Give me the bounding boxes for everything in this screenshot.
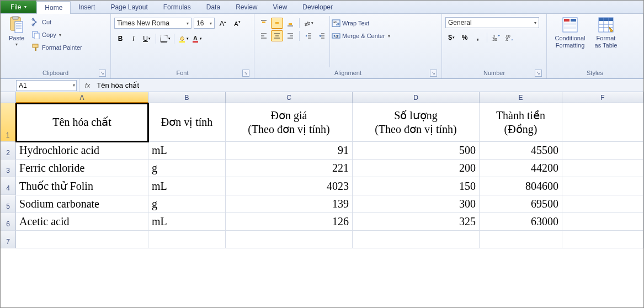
cell-A2[interactable]: Hydrochloric acid: [16, 142, 148, 160]
row-header-6[interactable]: 6: [1, 213, 16, 231]
comma-button[interactable]: ,: [472, 32, 484, 43]
cell-D4[interactable]: 150: [353, 177, 480, 195]
tab-developer[interactable]: Developer: [295, 1, 340, 13]
tab-data[interactable]: Data: [199, 1, 228, 13]
align-top-button[interactable]: [258, 18, 270, 29]
cell-B5[interactable]: g: [148, 195, 226, 213]
decrease-decimal-button[interactable]: .00.0: [503, 32, 515, 43]
cell-B1[interactable]: Đơn vị tính: [148, 103, 226, 142]
cell-A4[interactable]: Thuốc thử Folin: [16, 177, 148, 195]
cell-F1[interactable]: [562, 103, 643, 142]
wrap-text-button[interactable]: ab Wrap Text: [332, 17, 390, 29]
cell-C3[interactable]: 221: [226, 160, 353, 177]
orientation-button[interactable]: ab▾: [302, 18, 315, 29]
row-header-2[interactable]: 2: [1, 142, 16, 160]
column-header-C[interactable]: C: [226, 92, 353, 103]
tab-view[interactable]: View: [265, 1, 295, 13]
underline-button[interactable]: U▾: [141, 33, 153, 44]
row-header-4[interactable]: 4: [1, 177, 16, 195]
cell-B6[interactable]: mL: [148, 213, 226, 231]
cell-A7[interactable]: [16, 231, 148, 248]
italic-button[interactable]: I: [127, 33, 140, 44]
cell-E6[interactable]: 63000: [480, 213, 562, 231]
dialog-launcher-icon[interactable]: ↘: [535, 70, 542, 77]
cell-D1[interactable]: Số lượng (Theo đơn vị tính): [353, 103, 480, 142]
cell-E7[interactable]: [480, 231, 562, 248]
column-header-E[interactable]: E: [480, 92, 562, 103]
column-header-D[interactable]: D: [353, 92, 480, 103]
currency-button[interactable]: $▾: [445, 32, 457, 43]
tab-file[interactable]: File ▾: [1, 1, 36, 13]
increase-decimal-button[interactable]: .0.00: [490, 32, 502, 43]
formula-input[interactable]: [94, 79, 643, 92]
dialog-launcher-icon[interactable]: ↘: [99, 70, 106, 77]
fill-color-button[interactable]: ▾: [177, 33, 189, 44]
column-header-A[interactable]: A: [16, 92, 148, 103]
cell-D3[interactable]: 200: [353, 160, 480, 177]
cell-C4[interactable]: 4023: [226, 177, 353, 195]
cell-F7[interactable]: [562, 231, 643, 248]
conditional-formatting-button[interactable]: Conditional Formatting: [550, 15, 590, 49]
cell-F4[interactable]: [562, 177, 643, 195]
number-format-select[interactable]: General▾: [445, 17, 539, 28]
cell-B4[interactable]: mL: [148, 177, 226, 195]
cell-F3[interactable]: [562, 160, 643, 177]
cell-C7[interactable]: [226, 231, 353, 248]
cell-D2[interactable]: 500: [353, 142, 480, 160]
cut-button[interactable]: Cut: [31, 16, 82, 28]
paste-button[interactable]: Paste ▾: [4, 15, 29, 47]
fx-icon[interactable]: fx: [85, 82, 90, 89]
format-painter-button[interactable]: Format Painter: [31, 41, 82, 54]
cell-A5[interactable]: Sodium carbonate: [16, 195, 148, 213]
row-header-5[interactable]: 5: [1, 195, 16, 213]
tab-home[interactable]: Home: [36, 1, 71, 14]
column-header-F[interactable]: F: [562, 92, 643, 103]
dialog-launcher-icon[interactable]: ↘: [242, 70, 249, 77]
column-header-B[interactable]: B: [148, 92, 226, 103]
row-header-7[interactable]: 7: [1, 231, 16, 248]
merge-center-button[interactable]: a Merge & Center ▾: [332, 30, 390, 42]
cell-E2[interactable]: 45500: [480, 142, 562, 160]
align-middle-button[interactable]: [271, 18, 283, 29]
cell-B2[interactable]: mL: [148, 142, 226, 160]
cell-C1[interactable]: Đơn giá (Theo đơn vị tính): [226, 103, 353, 142]
tab-formulas[interactable]: Formulas: [156, 1, 199, 13]
cell-A6[interactable]: Acetic acid: [16, 213, 148, 231]
cell-B3[interactable]: g: [148, 160, 226, 177]
cell-C5[interactable]: 139: [226, 195, 353, 213]
cell-C6[interactable]: 126: [226, 213, 353, 231]
font-color-button[interactable]: A▾: [190, 33, 203, 44]
name-box[interactable]: A1 ▾: [16, 80, 77, 91]
cell-F5[interactable]: [562, 195, 643, 213]
cell-D6[interactable]: 325: [353, 213, 480, 231]
tab-review[interactable]: Review: [228, 1, 265, 13]
cell-A1[interactable]: Tên hóa chất: [16, 103, 148, 142]
cell-E3[interactable]: 44200: [480, 160, 562, 177]
increase-font-button[interactable]: A▴: [217, 18, 229, 29]
increase-indent-button[interactable]: [316, 30, 328, 41]
select-all-corner[interactable]: [1, 92, 16, 103]
align-center-button[interactable]: [271, 30, 283, 41]
copy-button[interactable]: Copy ▾: [31, 29, 82, 41]
align-left-button[interactable]: [258, 30, 270, 41]
dialog-launcher-icon[interactable]: ↘: [430, 70, 437, 77]
cell-E4[interactable]: 804600: [480, 177, 562, 195]
decrease-font-button[interactable]: A▾: [231, 18, 243, 29]
row-header-1[interactable]: 1: [1, 103, 16, 142]
bold-button[interactable]: B: [114, 33, 126, 44]
row-header-3[interactable]: 3: [1, 160, 16, 177]
cell-A3[interactable]: Ferric chloride: [16, 160, 148, 177]
cell-D5[interactable]: 300: [353, 195, 480, 213]
tab-insert[interactable]: Insert: [71, 1, 103, 13]
align-right-button[interactable]: [284, 30, 296, 41]
border-button[interactable]: ▾: [159, 33, 171, 44]
tab-page-layout[interactable]: Page Layout: [103, 1, 155, 13]
font-name-select[interactable]: Times New Roma▾: [114, 18, 191, 29]
decrease-indent-button[interactable]: [302, 30, 315, 41]
cell-C2[interactable]: 91: [226, 142, 353, 160]
cell-F2[interactable]: [562, 142, 643, 160]
font-size-select[interactable]: 16▾: [194, 18, 215, 29]
cell-B7[interactable]: [148, 231, 226, 248]
cell-D7[interactable]: [353, 231, 480, 248]
percent-button[interactable]: %: [459, 32, 471, 43]
